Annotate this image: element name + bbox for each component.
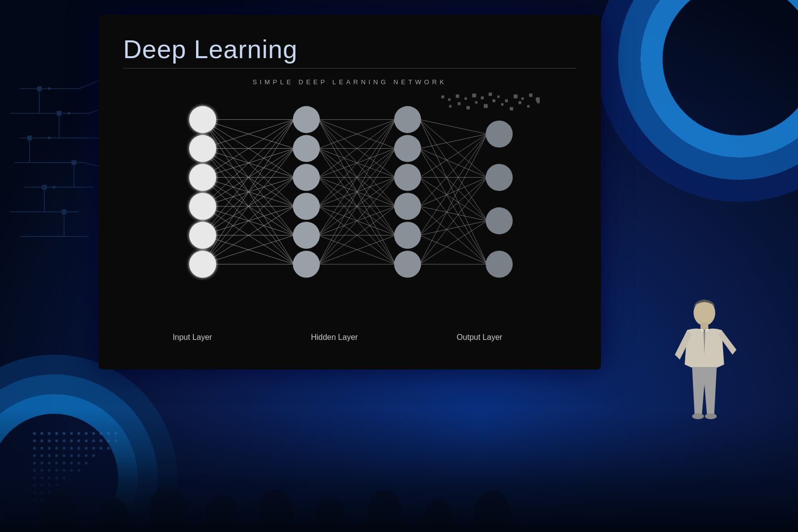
svg-point-216 [486,164,513,191]
svg-line-185 [420,134,487,206]
speaker-svg [660,286,749,483]
svg-rect-227 [505,100,508,102]
slide-divider [123,68,576,68]
svg-rect-16 [72,161,76,165]
speaker-figure [660,286,749,483]
svg-point-211 [394,164,421,191]
svg-line-178 [420,148,487,177]
svg-point-209 [394,106,421,133]
layer-labels: Input Layer Hidden Layer Output Layer [123,333,576,342]
svg-point-205 [293,164,320,191]
svg-point-218 [486,251,513,278]
svg-line-188 [420,206,487,264]
svg-point-197 [189,106,216,133]
svg-rect-13 [37,87,41,91]
svg-rect-226 [497,96,499,98]
svg-point-213 [394,222,421,249]
svg-rect-241 [527,105,530,107]
svg-line-189 [420,134,487,235]
svg-rect-236 [484,104,488,108]
svg-point-25 [48,137,50,139]
svg-rect-223 [472,94,476,98]
svg-rect-221 [456,95,459,98]
svg-rect-230 [529,94,532,97]
svg-point-210 [394,135,421,162]
svg-rect-15 [28,136,32,140]
svg-rect-228 [514,95,518,99]
svg-rect-244 [700,323,708,330]
svg-line-187 [420,206,487,221]
svg-point-217 [486,207,513,234]
svg-rect-14 [57,111,61,115]
svg-point-24 [68,112,70,114]
svg-line-174 [420,120,487,177]
svg-point-198 [189,135,216,162]
svg-rect-17 [42,185,46,189]
svg-line-190 [420,177,487,235]
svg-rect-242 [536,98,540,101]
svg-point-206 [293,193,320,220]
slide-title: Deep Learning [123,34,576,64]
svg-rect-222 [465,98,467,100]
svg-point-201 [189,222,216,249]
svg-line-191 [420,221,487,235]
svg-line-192 [420,235,487,265]
hidden-layer-label: Hidden Layer [311,333,358,342]
svg-line-193 [420,134,487,264]
svg-point-207 [293,222,320,249]
svg-point-203 [293,106,320,133]
svg-rect-239 [510,107,513,110]
output-layer-label: Output Layer [457,333,502,342]
network-subtitle: SIMPLE DEEP LEARNING NETWORK [123,78,576,86]
svg-point-202 [189,251,216,278]
svg-point-199 [189,164,216,191]
svg-rect-240 [519,101,522,104]
presentation-screen: Deep Learning SIMPLE DEEP LEARNING NETWO… [99,15,601,369]
svg-rect-232 [449,105,452,107]
svg-rect-229 [521,98,524,100]
network-svg [123,91,576,317]
svg-rect-225 [489,93,492,96]
svg-point-245 [692,413,704,419]
svg-point-212 [394,193,421,220]
svg-rect-238 [501,103,503,105]
input-layer-label: Input Layer [172,333,212,342]
svg-rect-220 [448,99,451,101]
circuit-decoration-left [0,49,108,296]
presentation-screen-container: Deep Learning SIMPLE DEEP LEARNING NETWO… [99,15,601,369]
svg-rect-224 [481,97,484,100]
svg-point-246 [705,413,717,419]
svg-rect-18 [62,210,66,214]
svg-point-208 [293,251,320,278]
svg-line-181 [420,134,487,177]
svg-rect-233 [458,102,461,105]
svg-rect-235 [475,101,477,104]
svg-point-200 [189,193,216,220]
svg-point-215 [486,121,513,148]
svg-point-204 [293,135,320,162]
svg-line-186 [420,177,487,206]
svg-point-214 [394,251,421,278]
svg-line-173 [420,120,487,134]
neural-network-diagram: Input Layer Hidden Layer Output Layer [123,91,576,317]
svg-rect-234 [466,106,470,109]
svg-rect-219 [441,96,444,99]
svg-point-26 [53,186,55,188]
svg-rect-237 [493,100,496,102]
svg-point-23 [48,88,50,90]
